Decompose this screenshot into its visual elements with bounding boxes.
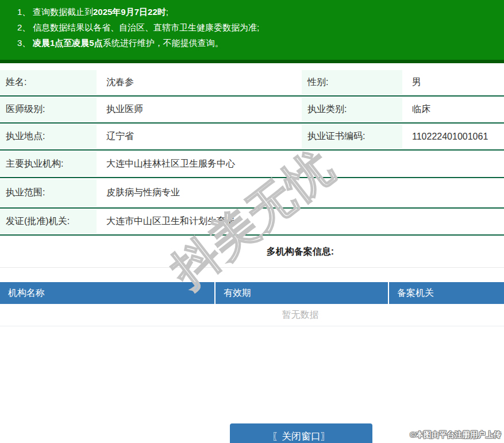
field-value-main-institution: 大连中山桂林社区卫生服务中心 (97, 151, 504, 177)
field-label-practice-category: 执业类别: (302, 97, 402, 122)
table-row: 医师级别: 执业医师 执业类别: 临床 (0, 97, 504, 124)
notice-text: 凌晨1点至凌晨5点系统进行维护，不能提供查询。 (33, 35, 224, 51)
table-row: 执业范围: 皮肤病与性病专业 (0, 178, 504, 209)
notice-text: 信息数据结果以各省、自治区、直辖市卫生健康委数据为准; (33, 20, 259, 35)
field-label-issuing-authority: 发证(批准)机关: (0, 209, 97, 234)
field-label-certificate-number: 执业证书编码: (302, 124, 402, 149)
field-value-practice-location: 辽宁省 (97, 124, 302, 149)
notice-number: 2、 (17, 20, 33, 35)
field-value-issuing-authority: 大连市中山区卫生和计划生育局 (97, 209, 504, 234)
column-header-validity-period: 有效期 (214, 282, 388, 304)
table-row: 发证(批准)机关: 大连市中山区卫生和计划生育局 (0, 209, 504, 236)
field-label-practice-location: 执业地点: (0, 124, 97, 149)
org-table-header: 机构名称 有效期 备案机关 (0, 282, 504, 304)
notice-number: 3、 (17, 35, 33, 51)
table-row: 主要执业机构: 大连中山桂林社区卫生服务中心 (0, 151, 504, 178)
notice-banner: 1、 查询数据截止到2025年9月7日22时; 2、 信息数据结果以各省、自治区… (0, 0, 504, 63)
notice-line-2: 2、 信息数据结果以各省、自治区、直辖市卫生健康委数据为准; (0, 20, 504, 35)
field-value-practice-category: 临床 (402, 97, 504, 122)
field-label-doctor-level: 医师级别: (0, 97, 97, 122)
field-label-gender: 性别: (302, 69, 402, 95)
column-header-filing-authority: 备案机关 (388, 282, 504, 304)
notice-number: 1、 (17, 4, 33, 20)
section-title: 多机构备案信息: (97, 236, 504, 267)
notice-text: 查询数据截止到2025年9月7日22时; (33, 4, 168, 20)
copyright-watermark: ©本图由平台注册用户上传 (410, 430, 501, 440)
table-row: 执业地点: 辽宁省 执业证书编码: 110222401001061 (0, 124, 504, 151)
field-value-practice-scope: 皮肤病与性病专业 (97, 178, 504, 207)
notice-line-1: 1、 查询数据截止到2025年9月7日22时; (0, 4, 504, 20)
notice-line-3: 3、 凌晨1点至凌晨5点系统进行维护，不能提供查询。 (0, 35, 504, 51)
empty-data-text: 暂无数据 (97, 304, 504, 326)
table-row: 姓名: 沈春参 性别: 男 (0, 69, 504, 97)
field-label-practice-scope: 执业范围: (0, 178, 97, 207)
field-label-name: 姓名: (0, 69, 97, 95)
field-value-doctor-level: 执业医师 (97, 97, 302, 122)
field-label-main-institution: 主要执业机构: (0, 151, 97, 177)
doctor-info-table: 姓名: 沈春参 性别: 男 医师级别: 执业医师 执业类别: 临床 执业地点: … (0, 69, 504, 236)
close-window-button[interactable]: 〖关闭窗口〗 (230, 423, 372, 443)
field-value-name: 沈春参 (97, 69, 302, 95)
field-value-gender: 男 (402, 69, 504, 95)
column-header-institution-name: 机构名称 (0, 282, 214, 304)
multi-institution-section: 多机构备案信息: (0, 236, 504, 268)
org-table-empty-row: 暂无数据 (0, 304, 504, 326)
field-value-certificate-number: 110222401001061 (402, 124, 504, 149)
